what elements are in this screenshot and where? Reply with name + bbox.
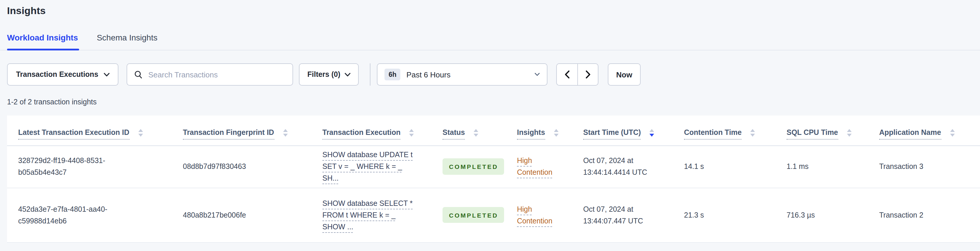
column-header-insights[interactable]: Insights xyxy=(517,115,583,145)
previous-time-range-button[interactable] xyxy=(556,63,578,86)
status-badge: COMPLETED xyxy=(442,207,504,223)
transaction-execution-link[interactable]: SHOW database SELECT * FROM t WHERE k = … xyxy=(322,199,413,231)
chevron-right-icon xyxy=(585,70,590,78)
column-header-transaction-fingerprint-id[interactable]: Transaction Fingerprint ID xyxy=(183,115,322,145)
time-range-picker[interactable]: 6h Past 6 Hours xyxy=(377,63,547,86)
contention-time-cell: 14.1 s xyxy=(684,145,787,188)
latest-execution-id-cell: 452da3e7-e7fa-4801-aa40-c59988d14eb6 xyxy=(7,188,183,242)
next-time-range-button[interactable] xyxy=(578,63,598,86)
table-header-row: Latest Transaction Execution ID Transact… xyxy=(7,115,980,145)
page-header: Insights xyxy=(0,0,980,17)
transaction-execution-cell: SHOW database SELECT * FROM t WHERE k = … xyxy=(322,188,442,242)
chevron-down-icon xyxy=(535,73,540,76)
sql-cpu-time-cell: 1.1 ms xyxy=(787,145,879,188)
toolbar-divider xyxy=(370,63,371,86)
column-header-start-time[interactable]: Start Time (UTC) xyxy=(583,115,684,145)
sort-icon-active-desc[interactable] xyxy=(650,129,654,137)
sql-cpu-time-cell: 716.3 µs xyxy=(787,188,879,242)
column-header-latest-transaction-execution-id[interactable]: Latest Transaction Execution ID xyxy=(7,115,183,145)
filters-button[interactable]: Filters (0) xyxy=(299,63,359,86)
column-header-transaction-execution[interactable]: Transaction Execution xyxy=(322,115,442,145)
toolbar: Transaction Executions Filters (0) 6h Pa… xyxy=(7,63,973,86)
status-cell: COMPLETED xyxy=(442,145,517,188)
table-row: 328729d2-ff19-4408-8531-b05a5b4e43c7 08d… xyxy=(7,145,980,188)
high-contention-link[interactable]: High Contention xyxy=(517,157,552,176)
chevron-down-icon xyxy=(344,72,350,77)
sort-icon[interactable] xyxy=(138,129,143,137)
latest-execution-id-cell: 328729d2-ff19-4408-8531-b05a5b4e43c7 xyxy=(7,145,183,188)
insights-cell: High Contention xyxy=(517,188,583,242)
sort-icon[interactable] xyxy=(554,129,558,137)
sort-icon[interactable] xyxy=(751,129,755,137)
sort-icon[interactable] xyxy=(847,129,852,137)
search-box xyxy=(127,63,293,86)
application-name-cell: Transaction 2 xyxy=(879,188,980,242)
column-header-sql-cpu-time[interactable]: SQL CPU Time xyxy=(787,115,879,145)
results-summary: 1-2 of 2 transaction insights xyxy=(7,98,973,106)
time-pager xyxy=(556,63,598,86)
tab-workload-insights[interactable]: Workload Insights xyxy=(7,33,78,50)
sort-icon[interactable] xyxy=(950,129,955,137)
transaction-insights-table: Latest Transaction Execution ID Transact… xyxy=(7,115,980,243)
now-button-label: Now xyxy=(616,70,632,79)
insights-page: Insights Workload Insights Schema Insigh… xyxy=(0,0,980,251)
filters-button-label: Filters (0) xyxy=(307,70,340,78)
start-time-cell: Oct 07, 2024 at 13:44:07.447 UTC xyxy=(583,188,684,242)
transaction-execution-cell: SHOW database UPDATE t SET v = _ WHERE k… xyxy=(322,145,442,188)
fingerprint-id-cell: 480a8b217be006fe xyxy=(183,188,322,242)
fingerprint-id-cell: 08d8b7d97f830463 xyxy=(183,145,322,188)
insights-table-card: Latest Transaction Execution ID Transact… xyxy=(7,115,980,243)
chevron-down-icon xyxy=(103,72,109,77)
time-range-label: Past 6 Hours xyxy=(406,70,535,79)
sort-icon[interactable] xyxy=(283,129,288,137)
contention-time-cell: 21.3 s xyxy=(684,188,787,242)
time-preset-badge: 6h xyxy=(385,69,401,80)
chevron-left-icon xyxy=(565,70,570,78)
search-icon xyxy=(134,70,142,78)
table-row: 452da3e7-e7fa-4801-aa40-c59988d14eb6 480… xyxy=(7,188,980,242)
tab-schema-insights[interactable]: Schema Insights xyxy=(97,33,158,50)
search-input[interactable] xyxy=(147,69,286,80)
status-badge: COMPLETED xyxy=(442,158,504,175)
transaction-execution-link[interactable]: SHOW database UPDATE t SET v = _ WHERE k… xyxy=(322,151,413,182)
tab-bar: Workload Insights Schema Insights xyxy=(0,33,980,50)
high-contention-link[interactable]: High Contention xyxy=(517,205,552,225)
column-header-status[interactable]: Status xyxy=(442,115,517,145)
insights-cell: High Contention xyxy=(517,145,583,188)
page-title: Insights xyxy=(7,5,46,16)
sort-icon[interactable] xyxy=(409,129,414,137)
column-header-application-name[interactable]: Application Name xyxy=(879,115,980,145)
column-header-contention-time[interactable]: Contention Time xyxy=(684,115,787,145)
status-cell: COMPLETED xyxy=(442,188,517,242)
sort-icon[interactable] xyxy=(474,129,478,137)
now-button[interactable]: Now xyxy=(608,63,641,86)
execution-type-dropdown-label: Transaction Executions xyxy=(16,70,99,78)
execution-type-dropdown[interactable]: Transaction Executions xyxy=(7,63,118,86)
application-name-cell: Transaction 3 xyxy=(879,145,980,188)
start-time-cell: Oct 07, 2024 at 13:44:14.4414 UTC xyxy=(583,145,684,188)
